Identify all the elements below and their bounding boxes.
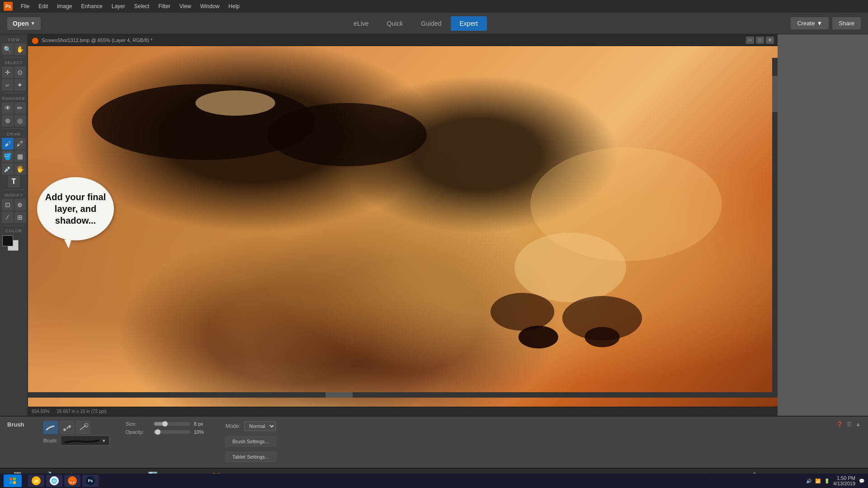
horizontal-scrollbar[interactable] [28, 392, 772, 398]
menu-window[interactable]: Window [196, 1, 224, 11]
open-dropdown-arrow[interactable]: ▼ [31, 21, 35, 26]
canvas-image: Add your final layer, and shadow... [28, 46, 778, 407]
size-thumb[interactable] [162, 421, 168, 427]
mode-row: Mode: Normal [226, 421, 276, 431]
spot-heal-tool[interactable]: ✏ [14, 102, 26, 114]
brush-normal-icon [46, 423, 56, 432]
taskbar-pse[interactable]: Ps [82, 475, 99, 487]
brush-dodge-icon [78, 423, 88, 432]
text-tool[interactable]: T [8, 176, 20, 188]
brush-normal-btn[interactable] [43, 421, 58, 434]
clone-tool[interactable]: ⊛ [2, 115, 14, 127]
canvas-content[interactable]: Add your final layer, and shadow... [28, 46, 778, 407]
tool-options-panel: Brush [0, 417, 868, 468]
explorer-icon: 📁 [32, 476, 41, 485]
create-button[interactable]: Create ▼ [791, 17, 829, 29]
window-minimize[interactable]: ─ [746, 37, 754, 44]
blur-tool[interactable]: ◎ [14, 115, 26, 127]
brush-impressionist-btn[interactable] [60, 421, 74, 434]
recompose-tool[interactable]: ⊞ [14, 211, 26, 223]
speech-bubble: Add your final layer, and shadow... [37, 177, 114, 240]
window-controls: ─ □ ✕ [746, 37, 774, 44]
menu-enhance[interactable]: Enhance [76, 1, 107, 11]
size-slider[interactable] [154, 422, 190, 426]
tablet-settings-btn[interactable]: Tablet Settings... [226, 452, 276, 462]
menu-select[interactable]: Select [130, 1, 154, 11]
magic-wand-tool[interactable]: ✦ [14, 79, 26, 91]
menu-edit[interactable]: Edit [34, 1, 52, 11]
svg-point-10 [66, 427, 68, 429]
brush-tool[interactable]: 🖌 [2, 138, 14, 150]
modify-label: MODIFY [2, 192, 26, 198]
zoom-tool[interactable]: 🔍 [2, 43, 14, 55]
vertical-scroll-thumb[interactable] [772, 76, 778, 112]
menu-layer[interactable]: Layer [107, 1, 130, 11]
menu-image[interactable]: Image [52, 1, 76, 11]
crop-tool[interactable]: ⊡ [2, 199, 14, 211]
svg-point-2 [195, 90, 275, 116]
eyedropper-tool[interactable]: 💉 [2, 163, 14, 175]
network-icon[interactable]: 📶 [815, 479, 821, 483]
sound-icon[interactable]: 🔊 [806, 479, 811, 483]
settings-icon[interactable]: ☰ [847, 421, 852, 427]
red-eye-tool[interactable]: 👁 [2, 102, 14, 114]
opacity-thumb[interactable] [155, 429, 160, 435]
opacity-label: Opacity: [126, 429, 151, 435]
color-label: COLOR [2, 227, 26, 234]
svg-point-8 [585, 327, 620, 347]
menu-file[interactable]: File [16, 1, 34, 11]
tab-quick[interactable]: Quick [378, 16, 412, 31]
window-close[interactable]: ✕ [766, 37, 774, 44]
svg-point-6 [530, 147, 722, 261]
horizontal-scroll-thumb[interactable] [326, 392, 353, 398]
speech-text: Add your final layer, and shadow... [44, 191, 107, 226]
svg-rect-16 [13, 481, 16, 484]
tab-guided[interactable]: Guided [412, 16, 450, 31]
straighten-tool[interactable]: ⁄ [2, 211, 14, 223]
taskbar-firefox[interactable]: 🦊 [64, 475, 80, 487]
select-label: SELECT [2, 59, 26, 66]
taskbar-explorer[interactable]: 📁 [28, 475, 44, 487]
share-button[interactable]: Share [832, 17, 861, 29]
create-dropdown-arrow[interactable]: ▼ [816, 20, 822, 27]
brush-dodge-btn[interactable] [76, 421, 90, 434]
mode-select[interactable]: Normal [244, 421, 276, 431]
vertical-scrollbar[interactable] [772, 58, 778, 398]
brush-dropdown-arrow[interactable]: ▼ [102, 438, 106, 443]
move-tool[interactable]: ✛ [2, 66, 14, 78]
brush-selector[interactable]: ▼ [61, 436, 109, 446]
tab-elive[interactable]: eLive [344, 16, 377, 31]
svg-rect-14 [13, 478, 16, 480]
canvas-container: ⬤ ScreenShot1312.bmp @ 655% (Layer 4, RG… [28, 34, 778, 416]
menu-view[interactable]: View [175, 1, 196, 11]
brush-settings-btn[interactable]: Brush Settings... [226, 436, 276, 446]
canvas-status: 654.93% 26.667 in x 15 in (72 ppi) [28, 407, 778, 416]
opacity-slider[interactable] [154, 430, 190, 434]
start-button[interactable] [4, 474, 22, 487]
impressionist-tool[interactable]: 🖍 [14, 138, 26, 150]
paint-bucket-tool[interactable]: 🪣 [2, 150, 14, 162]
selection-tool[interactable]: ⌐ [2, 79, 14, 91]
help-icon[interactable]: ❓ [836, 421, 843, 427]
window-maximize[interactable]: □ [756, 37, 764, 44]
foreground-color[interactable] [2, 235, 13, 246]
lasso-tool[interactable]: ⊙ [14, 66, 26, 78]
pse-icon: Ps [86, 476, 95, 485]
hand-tool[interactable]: ✋ [14, 43, 26, 55]
open-button[interactable]: Open ▼ [7, 17, 41, 30]
collapse-icon[interactable]: ▲ [855, 421, 861, 427]
menu-filter[interactable]: Filter [154, 1, 175, 11]
taskbar-chrome[interactable]: 🌐 [46, 475, 62, 487]
opacity-row: Opacity: 10% [126, 429, 208, 435]
tab-expert[interactable]: Expert [451, 16, 487, 31]
gradient-tool[interactable]: ▦ [14, 150, 26, 162]
mode-label: Mode: [226, 423, 241, 429]
battery-icon[interactable]: 🔋 [824, 479, 830, 483]
windows-icon [9, 477, 16, 484]
size-opacity-options: Size: 8 px Opacity: 10% [126, 421, 208, 437]
transform-tool[interactable]: ⊕ [14, 199, 26, 211]
smudge-tool[interactable]: 🖐 [14, 163, 26, 175]
notification-icon[interactable]: 💬 [859, 479, 864, 483]
size-label: Size: [126, 421, 151, 427]
menu-help[interactable]: Help [224, 1, 244, 11]
